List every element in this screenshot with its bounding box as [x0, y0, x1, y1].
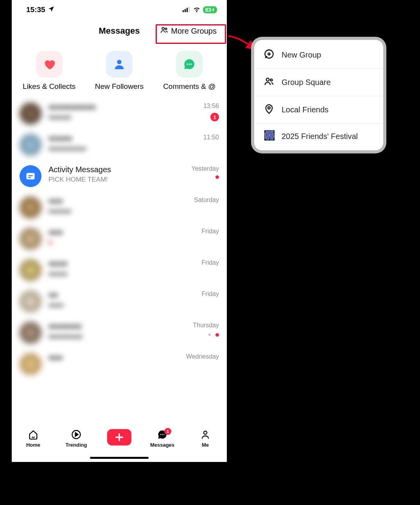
avatar — [20, 353, 41, 375]
conversation-row[interactable]: ■■■ ■ Friday — [12, 223, 227, 254]
tab-trending-label: Trending — [66, 442, 87, 448]
header: Messages More Groups — [12, 21, 227, 41]
svg-rect-0 — [183, 10, 184, 12]
avatar — [20, 134, 41, 156]
activity-icon — [20, 165, 41, 187]
unread-dot — [215, 175, 219, 179]
conversation-row[interactable]: ■■■■ ■■■■■ Friday — [12, 254, 227, 286]
messages-badge: 1 — [164, 428, 171, 435]
new-group-icon — [264, 49, 275, 61]
home-indicator — [90, 457, 149, 459]
muted-indicator — [208, 332, 219, 337]
comments-button[interactable]: Comments & @ — [155, 51, 224, 91]
me-icon — [200, 429, 211, 441]
comment-icon — [176, 51, 203, 78]
tab-me-label: Me — [202, 442, 209, 448]
svg-point-4 — [162, 27, 165, 30]
group-square-icon — [264, 76, 275, 89]
trending-icon — [71, 429, 82, 441]
row-time: Friday — [202, 228, 219, 235]
svg-point-9 — [191, 63, 192, 65]
tab-trending[interactable]: Trending — [63, 429, 90, 448]
more-groups-button[interactable]: More Groups — [156, 23, 221, 39]
popover-new-group[interactable]: New Group — [254, 41, 383, 69]
row-time: Thursday — [193, 322, 219, 329]
popover-label: Local Friends — [282, 105, 328, 114]
row-time: Saturday — [194, 197, 219, 204]
heart-icon — [36, 51, 63, 78]
conversation-row[interactable]: ■■■■■ ■■■■■■■■■■ 11:50 — [12, 129, 227, 161]
avatar — [20, 228, 41, 250]
conversation-row[interactable]: ■■ ■■■■ Friday — [12, 286, 227, 317]
avatar — [20, 103, 41, 124]
row-time: Friday — [202, 290, 219, 298]
svg-point-17 — [204, 431, 207, 434]
location-person-icon — [264, 103, 275, 116]
popover-local-friends[interactable]: Local Friends — [254, 96, 383, 123]
comments-label: Comments & @ — [163, 82, 215, 91]
notification-shortcuts: Likes & Collects New Followers Comments … — [12, 51, 227, 91]
more-groups-popover: New Group Group Square Local Friends 🎆 2… — [254, 40, 383, 150]
svg-rect-2 — [187, 8, 188, 12]
avatar — [20, 322, 41, 344]
tab-home-label: Home — [26, 442, 40, 448]
popover-friends-festival[interactable]: 🎆 2025 Friends' Festival — [254, 123, 383, 149]
svg-point-15 — [162, 434, 163, 435]
location-arrow-icon — [48, 5, 55, 14]
avatar — [20, 197, 41, 218]
svg-point-6 — [117, 60, 121, 64]
row-time: 13:56 — [203, 103, 219, 110]
likes-collects-button[interactable]: Likes & Collects — [14, 51, 84, 91]
likes-label: Likes & Collects — [23, 82, 75, 91]
svg-rect-12 — [28, 177, 31, 178]
popover-label: New Group — [282, 50, 321, 60]
conversation-row[interactable]: ■■■■■■■■■■ ■■■■■■ 13:56 1 — [12, 98, 227, 129]
conversation-row[interactable]: ■■■■■■■ ■■■■■■■■■ Thursday — [12, 317, 227, 348]
row-time: Friday — [202, 259, 219, 266]
tab-me[interactable]: Me — [192, 429, 219, 448]
followers-label: New Followers — [95, 82, 144, 91]
conversation-row[interactable]: ■■■ ■■■■■■ Saturday — [12, 192, 227, 223]
conversation-row[interactable]: ■■■ Wednesday — [12, 348, 227, 375]
row-time: 11:50 — [203, 134, 219, 141]
person-icon — [106, 51, 133, 78]
svg-point-19 — [266, 78, 269, 81]
avatar — [20, 290, 41, 312]
svg-point-8 — [189, 63, 190, 65]
svg-rect-1 — [185, 9, 186, 12]
row-subtitle: PICK HOME TEAM! — [48, 176, 177, 184]
tab-messages-label: Messages — [150, 442, 174, 448]
page-title: Messages — [99, 26, 140, 36]
status-time: 15:35 — [26, 5, 45, 14]
svg-point-21 — [268, 107, 270, 109]
popover-label: 2025 Friends' Festival — [282, 132, 358, 141]
row-time: Yesterday — [191, 165, 219, 172]
status-bar: 15:35 83 — [12, 0, 227, 20]
svg-point-20 — [270, 79, 272, 81]
battery-percent: 83 — [205, 7, 211, 13]
tab-create[interactable] — [106, 429, 133, 445]
svg-rect-11 — [28, 175, 33, 176]
row-title: Activity Messages — [48, 165, 177, 174]
activity-messages-row[interactable]: Activity Messages PICK HOME TEAM! Yester… — [12, 161, 227, 192]
svg-point-7 — [187, 63, 188, 65]
avatar — [20, 259, 41, 281]
tab-messages[interactable]: 1 Messages — [149, 429, 176, 448]
tab-home[interactable]: Home — [20, 429, 47, 448]
new-followers-button[interactable]: New Followers — [84, 51, 154, 91]
battery-pill: 83 — [203, 6, 217, 13]
svg-rect-3 — [188, 7, 190, 12]
unread-badge: 1 — [210, 113, 219, 121]
wifi-icon — [193, 5, 201, 15]
row-time: Wednesday — [186, 353, 219, 360]
conversation-list: ■■■■■■■■■■ ■■■■■■ 13:56 1 ■■■■■ ■■■■■■■■… — [12, 98, 227, 375]
more-groups-label: More Groups — [171, 27, 217, 36]
popover-group-square[interactable]: Group Square — [254, 69, 383, 96]
svg-point-14 — [160, 434, 162, 435]
home-icon — [28, 429, 39, 441]
svg-point-5 — [165, 28, 167, 30]
plus-button — [107, 429, 131, 445]
fireworks-icon: 🎆 — [264, 131, 275, 142]
people-icon — [160, 26, 169, 36]
svg-point-16 — [163, 434, 165, 435]
